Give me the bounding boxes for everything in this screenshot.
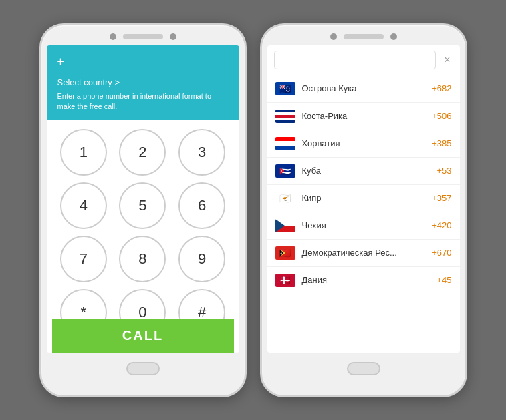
dialer-header: + Select country > Enter a phone number …	[47, 45, 239, 120]
search-bar: ×	[267, 45, 460, 75]
country-list-item[interactable]: 🇨🇰Острова Кука+682	[267, 75, 460, 103]
key-8[interactable]: 8	[119, 236, 166, 282]
country-list-item[interactable]: 🇨🇾Кипр+357	[267, 185, 460, 212]
phone-dialer: + Select country > Enter a phone number …	[39, 23, 247, 397]
home-area	[41, 353, 245, 385]
phone-top-bar	[41, 25, 245, 45]
country-list-item[interactable]: Хорватия+385	[267, 130, 460, 158]
select-country-label[interactable]: Select country >	[57, 77, 229, 87]
country-list-item[interactable]: Чехия+420	[267, 212, 460, 240]
home-button[interactable]	[126, 362, 160, 375]
country-code-label: +506	[432, 111, 451, 121]
country-code-label: +670	[432, 248, 451, 258]
flag-timor: 🇹🇱	[275, 246, 295, 260]
flag-czech	[275, 219, 295, 232]
country-name-label: Куба	[302, 166, 430, 176]
phone-country-list: × 🇨🇰Острова Кука+682Коста-Рика+506Хорват…	[260, 23, 467, 397]
country-name-label: Кипр	[302, 193, 426, 203]
country-list-item[interactable]: 🇹🇱Демократическая Рес...+670	[267, 240, 460, 267]
flag-cuba: 🇨🇺	[275, 164, 295, 178]
country-name-label: Демократическая Рес...	[302, 248, 426, 258]
speaker	[123, 34, 163, 39]
country-list-item[interactable]: 🇨🇺Куба+53	[267, 158, 460, 185]
close-button[interactable]: ×	[441, 53, 453, 67]
country-code-label: +420	[432, 220, 451, 230]
camera-dot-4	[390, 33, 397, 40]
flag-denmark: 🇩🇰	[275, 274, 295, 287]
call-button[interactable]: CALL	[52, 319, 234, 353]
country-code-label: +385	[432, 138, 451, 148]
flag-costarica	[275, 110, 295, 123]
dialer-plus-sign: +	[57, 55, 229, 69]
phone-top-bar-right	[262, 25, 465, 45]
key-5[interactable]: 5	[119, 182, 166, 229]
home-area-right	[262, 353, 465, 385]
search-input[interactable]	[274, 51, 436, 69]
home-button-right[interactable]	[347, 362, 380, 375]
key-6[interactable]: 6	[178, 182, 225, 229]
key-9[interactable]: 9	[178, 236, 225, 282]
dialer-instruction-text: Enter a phone number in international fo…	[57, 91, 229, 112]
country-name-label: Хорватия	[302, 138, 426, 148]
dialer-inner: + Select country > Enter a phone number …	[47, 45, 239, 353]
key-4[interactable]: 4	[60, 182, 107, 229]
key-1[interactable]: 1	[60, 129, 107, 176]
flag-cyprus: 🇨🇾	[275, 192, 295, 205]
camera-dot	[110, 33, 116, 40]
camera-dot-2	[170, 33, 176, 40]
key-3[interactable]: 3	[178, 129, 225, 176]
flag-croatia	[275, 137, 295, 150]
country-code-label: +357	[432, 193, 451, 203]
country-list-item[interactable]: 🇩🇰Дания+45	[267, 267, 460, 294]
dialer-divider	[57, 73, 229, 73]
dialer-screen: + Select country > Enter a phone number …	[47, 45, 239, 353]
country-name-label: Чехия	[302, 220, 426, 230]
country-name-label: Коста-Рика	[302, 111, 426, 121]
country-name-label: Дания	[302, 275, 430, 285]
country-code-label: +53	[436, 166, 451, 176]
speaker-right	[344, 34, 384, 39]
key-2[interactable]: 2	[119, 129, 166, 176]
country-items-list: 🇨🇰Острова Кука+682Коста-Рика+506Хорватия…	[267, 75, 460, 353]
country-name-label: Острова Кука	[302, 83, 426, 93]
camera-dot-3	[330, 33, 337, 40]
flag-cook: 🇨🇰	[275, 82, 295, 95]
country-list-item[interactable]: Коста-Рика+506	[267, 103, 460, 130]
dialer-keypad: 123456789*0#	[47, 120, 239, 345]
key-7[interactable]: 7	[60, 236, 107, 282]
country-list-screen: × 🇨🇰Острова Кука+682Коста-Рика+506Хорват…	[267, 45, 460, 353]
country-code-label: +45	[436, 275, 451, 285]
country-code-label: +682	[432, 83, 451, 93]
country-list-inner: × 🇨🇰Острова Кука+682Коста-Рика+506Хорват…	[267, 45, 460, 353]
